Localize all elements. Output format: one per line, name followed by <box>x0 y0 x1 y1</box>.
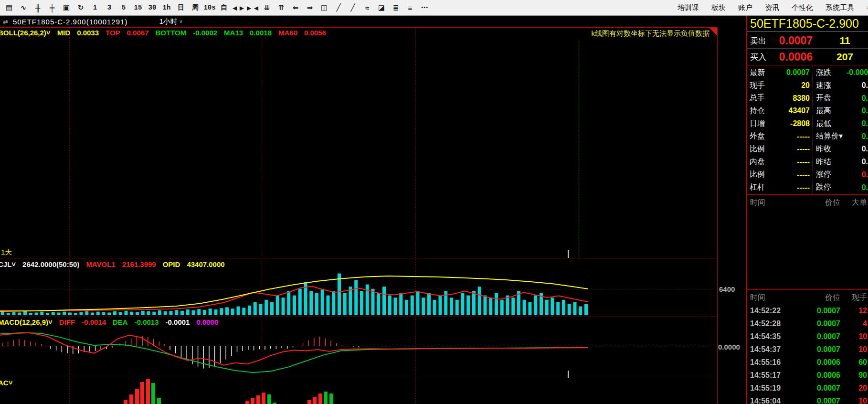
channel-draw-icon[interactable]: ◪ <box>374 1 389 14</box>
col-price: 价位 <box>794 198 842 208</box>
save-icon[interactable]: ▣ <box>59 1 74 14</box>
field-label: 结算价▾ <box>816 131 847 141</box>
tape-row[interactable]: 14:54:350.000710 <box>747 330 868 343</box>
volume-indicator-row[interactable]: CJL˅2642.0000(50:50)MAVOL12161.3999OPID4… <box>0 260 232 268</box>
chart-adjust-icon[interactable]: ╪ <box>45 1 59 14</box>
period-30min-button[interactable]: 30 <box>145 1 159 14</box>
indicator-text: 0.0067 <box>127 29 149 37</box>
field-value: 0. <box>847 119 868 128</box>
indicator-text: 0.0018 <box>250 29 272 37</box>
menu-item-系统工具[interactable]: 系统工具 <box>826 3 854 12</box>
volume-bar <box>422 298 425 315</box>
menu-item-板块[interactable]: 板块 <box>711 3 726 12</box>
period-custom-button[interactable]: 自 <box>217 1 231 14</box>
tape-row[interactable]: 14:52:280.00074 <box>747 317 868 330</box>
tape-row[interactable]: 14:55:190.000720 <box>747 382 868 394</box>
main-volume-divider[interactable] <box>0 258 717 258</box>
volume-bar <box>169 311 173 315</box>
swap-view-icon[interactable]: ⇄ <box>3 18 8 25</box>
volume-bar <box>466 296 470 315</box>
indicator-text: -0.0002 <box>193 29 217 37</box>
tape-row[interactable]: 14:56:040.000710 <box>747 394 868 404</box>
timeline-chart-icon[interactable]: ∿ <box>16 1 31 14</box>
volume-bar <box>197 309 201 315</box>
menu-item-个性化[interactable]: 个性化 <box>792 3 813 12</box>
field-value: 20 <box>773 81 810 90</box>
period-day-button[interactable]: 日 <box>174 1 188 14</box>
volume-bar <box>282 298 285 315</box>
toolbar-menu: 培训课板块账户资讯个性化系统工具帮 <box>677 3 868 12</box>
tape-row[interactable]: 14:52:220.000712 <box>747 304 868 317</box>
toolbar-icon-group: ▤∿╫╪▣↻13515301h日周10s自◄►►◄⇊⇈⇐⇒◫╱╱≈◪≣≡⋯ <box>0 1 432 14</box>
bid-label: 买入 <box>750 52 771 63</box>
menu-item-培训课[interactable]: 培训课 <box>677 3 699 12</box>
polyline-draw-icon[interactable]: ≈ <box>360 1 374 14</box>
segment-draw-icon[interactable]: ╱ <box>346 1 360 14</box>
field-label: 昨收 <box>816 144 847 154</box>
menu-item-账户[interactable]: 账户 <box>738 3 752 12</box>
field-value: 0. <box>847 106 868 115</box>
period-15min-button[interactable]: 15 <box>131 1 145 14</box>
volume-scale-label: 6400 <box>719 285 735 293</box>
period-week-button[interactable]: 周 <box>188 1 202 14</box>
quote-detail-table: 最新0.0007涨跌-0.0008/53.现手20速涨0.总手8380开盘0.持… <box>747 66 868 194</box>
field-label: 比例 <box>750 144 773 154</box>
zoom-in-icon[interactable]: ►◄ <box>245 1 260 14</box>
candlestick-chart-icon[interactable]: ╫ <box>31 1 45 14</box>
instrument-title-bar: ⇄ 50ETF1805-C-2.900(10001291) 1小时 ˅ <box>0 16 868 27</box>
ask-row[interactable]: 卖出 0.0007 11 <box>747 33 868 48</box>
boll-indicator-row[interactable]: BOLL(26,26,2)˅MID0.0033TOP0.0067BOTTOM-0… <box>0 29 333 37</box>
period-3min-button[interactable]: 3 <box>102 1 116 14</box>
tape-row[interactable]: 14:55:160.000660 <box>747 356 868 369</box>
page-right-icon[interactable]: ⇒ <box>303 1 317 14</box>
tape-list[interactable]: 14:52:220.00071214:52:280.0007414:54:350… <box>747 304 868 404</box>
ac-chart[interactable] <box>0 378 717 404</box>
volume-bar <box>152 312 156 315</box>
volume-bar <box>91 312 94 315</box>
menu-item-资讯[interactable]: 资讯 <box>765 3 779 12</box>
text-note-icon[interactable]: ≣ <box>389 1 403 14</box>
volume-bar <box>125 311 128 315</box>
tape-row[interactable]: 14:54:370.000710 <box>747 343 868 356</box>
bid-row[interactable]: 买入 0.0006 207 <box>747 49 868 64</box>
zoom-out-icon[interactable]: ◄► <box>231 1 245 14</box>
volume-bar <box>35 312 38 315</box>
period-selector[interactable]: 1小时 <box>159 17 177 26</box>
trade-time: 14:56:04 <box>750 397 794 404</box>
volume-bar <box>360 291 363 315</box>
period-1hour-button[interactable]: 1h <box>159 1 174 14</box>
volume-bar <box>298 289 302 315</box>
divider <box>747 48 868 49</box>
field-label: 涨停 <box>816 170 847 180</box>
volume-bar <box>489 298 492 315</box>
volume-bar <box>265 300 268 315</box>
volume-bar <box>259 304 263 315</box>
more-tools-icon[interactable]: ⋯ <box>417 1 432 14</box>
volume-chart[interactable] <box>0 268 717 316</box>
col-vol: 现手 <box>842 293 868 303</box>
chevron-down-icon[interactable]: ˅ <box>180 19 182 24</box>
indicator-text: MID <box>57 29 71 37</box>
collapse-panel-icon[interactable]: ⇊ <box>260 1 274 14</box>
quote-list-icon[interactable]: ▤ <box>2 1 16 14</box>
quote-row: 日增-2808最低0. <box>747 117 868 130</box>
quote-title: 50ETF1805-C-2.900 <box>750 17 868 31</box>
macd-chart[interactable] <box>0 317 717 377</box>
indicator-lines-icon[interactable]: ≡ <box>403 1 417 14</box>
volume-bar <box>327 296 330 315</box>
period-5min-button[interactable]: 5 <box>116 1 131 14</box>
period-1min-button[interactable]: 1 <box>88 1 102 14</box>
field-value: 0.0007 <box>773 68 810 77</box>
field-value: -2808 <box>773 119 810 128</box>
refresh-icon[interactable]: ↻ <box>74 1 88 14</box>
volume-bar <box>102 312 106 315</box>
split-window-icon[interactable]: ◫ <box>317 1 331 14</box>
period-10s-button[interactable]: 10s <box>202 1 217 14</box>
trade-volume: 4 <box>842 319 868 328</box>
tape-row[interactable]: 14:55:170.000690 <box>747 369 868 382</box>
trendline-icon[interactable]: ╱ <box>331 1 346 14</box>
volume-bar <box>343 293 347 315</box>
page-left-icon[interactable]: ⇐ <box>288 1 303 14</box>
expand-panel-icon[interactable]: ⇈ <box>274 1 288 14</box>
volume-bar <box>556 302 560 315</box>
